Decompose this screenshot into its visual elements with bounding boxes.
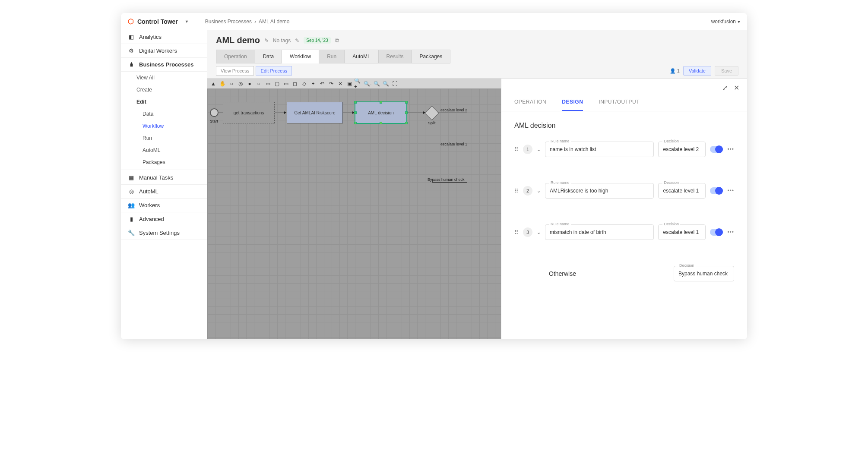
processes-icon: ⋔ xyxy=(128,61,135,68)
brand-label: Control Tower xyxy=(137,18,178,25)
diamond-tool[interactable]: ◇ xyxy=(300,79,308,88)
sidebar-item-advanced[interactable]: ▮ Advanced xyxy=(121,212,207,226)
zoom-reset-tool[interactable]: 🔍 xyxy=(372,79,381,88)
hexagon-tool[interactable]: ○ xyxy=(254,79,263,88)
sidebar-sub-workflow[interactable]: Workflow xyxy=(121,120,207,132)
chevron-down-icon[interactable]: ⌄ xyxy=(537,188,541,194)
rule-toggle[interactable] xyxy=(710,229,723,236)
rect2-tool[interactable]: ▭ xyxy=(282,79,290,88)
chevron-down-icon[interactable]: ⌄ xyxy=(537,147,541,152)
tab-run[interactable]: Run xyxy=(319,50,345,63)
edge-bypass: Bypass human check xyxy=(428,177,465,182)
edit-title-icon[interactable]: ✎ xyxy=(264,38,269,44)
start-label: Start xyxy=(210,119,218,123)
chevron-down-icon: ▾ xyxy=(738,19,740,25)
decision-label: Decision xyxy=(662,222,680,226)
expand-icon[interactable]: ⤢ xyxy=(722,84,728,92)
sidebar-sub-automl[interactable]: AutoML xyxy=(121,144,207,156)
chevron-down-icon: ▾ xyxy=(186,19,188,24)
panel-tab-operation[interactable]: OPERATION xyxy=(514,99,546,111)
validate-button[interactable]: Validate xyxy=(683,66,711,76)
rule-name-input[interactable] xyxy=(545,183,654,199)
rect-tool[interactable]: ▭ xyxy=(263,79,272,88)
container-tool[interactable]: ◻ xyxy=(291,79,299,88)
sidebar-sub-edit[interactable]: Edit xyxy=(121,96,207,108)
add-tool[interactable]: + xyxy=(309,79,317,88)
sidebar-item-business-processes[interactable]: ⋔ Business Processes xyxy=(121,58,207,72)
redo-tool[interactable]: ↷ xyxy=(327,79,336,88)
sidebar-item-workers[interactable]: 👥 Workers xyxy=(121,199,207,212)
tab-automl[interactable]: AutoML xyxy=(344,50,378,63)
brand[interactable]: ⬡ Control Tower ▾ xyxy=(128,17,188,25)
rule-name-label: Rule name xyxy=(549,222,571,226)
decision-input[interactable] xyxy=(658,224,706,240)
advanced-icon: ▮ xyxy=(128,216,135,222)
sidebar-item-manual-tasks[interactable]: ▦ Manual Tasks xyxy=(121,171,207,185)
more-icon[interactable]: ••• xyxy=(727,188,734,194)
tab-data[interactable]: Data xyxy=(255,50,282,63)
user-menu[interactable]: workfusion ▾ xyxy=(711,19,740,25)
sidebar-item-system-settings[interactable]: 🔧 System Settings xyxy=(121,226,207,240)
rounded-rect-tool[interactable]: ▢ xyxy=(272,79,281,88)
view-process-button[interactable]: View Process xyxy=(216,66,254,76)
sidebar-sub-packages[interactable]: Packages xyxy=(121,156,207,170)
rule-toggle[interactable] xyxy=(710,187,723,194)
otherwise-decision-input[interactable] xyxy=(674,266,734,281)
rule-number: 1 xyxy=(523,145,532,154)
circle-tool[interactable]: ○ xyxy=(227,79,236,88)
chevron-down-icon[interactable]: ⌄ xyxy=(537,230,541,235)
more-icon[interactable]: ••• xyxy=(727,146,734,152)
hand-tool[interactable]: ✋ xyxy=(218,79,227,88)
start-node[interactable] xyxy=(210,108,219,117)
fullscreen-tool[interactable]: ⛶ xyxy=(390,79,399,88)
rule-row: ⠿ 3 ⌄ Rule name Decision xyxy=(514,224,734,240)
sidebar-item-digital-workers[interactable]: ⚙ Digital Workers xyxy=(121,44,207,58)
decision-input[interactable] xyxy=(658,142,706,157)
tasks-icon: ▦ xyxy=(128,174,135,181)
drag-handle-icon[interactable]: ⠿ xyxy=(514,229,519,236)
link-icon[interactable]: ⧉ xyxy=(335,37,339,44)
sidebar-sub-run[interactable]: Run xyxy=(121,132,207,144)
zoom-out-tool[interactable]: 🔍- xyxy=(363,79,372,88)
tab-operation[interactable]: Operation xyxy=(216,50,255,63)
drag-handle-icon[interactable]: ⠿ xyxy=(514,188,519,194)
node-aml-decision[interactable]: AML decision xyxy=(355,102,407,123)
drag-handle-icon[interactable]: ⠿ xyxy=(514,146,519,153)
rule-toggle[interactable] xyxy=(710,146,723,153)
dashboard-icon: ◧ xyxy=(128,34,135,40)
rule-name-input[interactable] xyxy=(545,224,654,240)
sidebar-sub-view-all[interactable]: View All xyxy=(121,72,207,84)
sidebar-sub-create[interactable]: Create xyxy=(121,84,207,96)
node-get-riskscore[interactable]: Get AMLAI Riskscore xyxy=(287,102,343,123)
decision-input[interactable] xyxy=(658,183,706,199)
decision-panel: ⤢ ✕ OPERATION DESIGN INPUT/OUTPUT AML de… xyxy=(501,79,747,339)
tab-workflow[interactable]: Workflow xyxy=(282,50,319,63)
tabs: Operation Data Workflow Run AutoML Resul… xyxy=(207,50,747,63)
tab-packages[interactable]: Packages xyxy=(412,50,451,63)
sidebar-sub-data[interactable]: Data xyxy=(121,108,207,120)
close-icon[interactable]: ✕ xyxy=(734,84,739,92)
undo-tool[interactable]: ↶ xyxy=(318,79,326,88)
breadcrumb-current: AML AI demo xyxy=(259,19,290,25)
panel-tab-design[interactable]: DESIGN xyxy=(562,99,583,111)
sidebar-item-automl[interactable]: ◎ AutoML xyxy=(121,185,207,199)
node-get-transactions[interactable]: get transactions xyxy=(223,102,275,123)
zoom-fit-tool[interactable]: 🔍 xyxy=(381,79,390,88)
breadcrumb: Business Processes › AML AI demo xyxy=(205,19,290,25)
more-icon[interactable]: ••• xyxy=(727,229,734,235)
pointer-tool[interactable]: ▲ xyxy=(209,79,218,88)
circle-bold-tool[interactable]: ◎ xyxy=(236,79,245,88)
edit-tags-icon[interactable]: ✎ xyxy=(295,38,299,44)
rule-name-input[interactable] xyxy=(545,142,654,157)
edge-escalate-1: escalate level 1 xyxy=(440,142,467,146)
fit-tool[interactable]: ▣ xyxy=(345,79,354,88)
circle-fill-tool[interactable]: ● xyxy=(245,79,254,88)
sidebar-item-analytics[interactable]: ◧ Analytics xyxy=(121,30,207,44)
panel-tab-io[interactable]: INPUT/OUTPUT xyxy=(599,99,640,111)
canvas[interactable]: ▲ ✋ ○ ◎ ● ○ ▭ ▢ ▭ ◻ ◇ + ↶ ↷ ✕ xyxy=(207,79,501,339)
edit-process-button[interactable]: Edit Process xyxy=(256,66,292,76)
delete-tool[interactable]: ✕ xyxy=(336,79,345,88)
breadcrumb-root[interactable]: Business Processes xyxy=(205,19,252,25)
tab-results[interactable]: Results xyxy=(378,50,412,63)
zoom-in-tool[interactable]: 🔍+ xyxy=(354,79,363,88)
